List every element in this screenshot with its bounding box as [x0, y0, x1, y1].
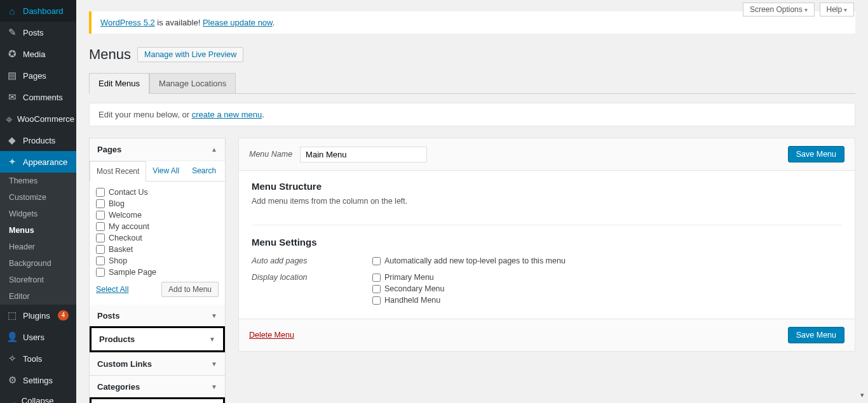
admin-sidebar: ⌂Dashboard✎Posts✪Media▤Pages✉Comments⎆Wo… — [0, 0, 76, 403]
tab-manage-locations[interactable]: Manage Locations — [149, 73, 236, 93]
setting-option[interactable]: Automatically add new top-level pages to… — [372, 256, 566, 265]
sidebar-item-label: Pages — [23, 71, 46, 81]
sidebar-item-posts[interactable]: ✎Posts — [0, 22, 76, 43]
sidebar-item-dashboard[interactable]: ⌂Dashboard — [0, 0, 76, 22]
sidebar-item-label: Comments — [23, 93, 63, 102]
sidebar-item-users[interactable]: 👤Users — [0, 326, 76, 348]
settings-icon: ⚙ — [6, 374, 18, 386]
page-checkbox[interactable] — [96, 234, 105, 242]
sidebar-item-comments[interactable]: ✉Comments — [0, 86, 76, 108]
sidebar-sub-menus[interactable]: Menus — [0, 222, 76, 239]
setting-option-label: Handheld Menu — [384, 296, 440, 305]
add-to-menu-button[interactable]: Add to Menu — [161, 282, 219, 297]
pages-checklist[interactable]: Contact UsBlogWelcomeMy accountCheckoutB… — [90, 182, 225, 277]
sidebar-sub-header[interactable]: Header — [0, 239, 76, 255]
setting-checkbox[interactable] — [372, 296, 381, 305]
menu-name-input[interactable] — [300, 147, 427, 162]
update-now-link[interactable]: Please update now — [203, 18, 273, 27]
page-checkbox[interactable] — [96, 188, 105, 197]
woocommerce-icon: ⎆ — [6, 113, 12, 124]
sidebar-item-label: Settings — [23, 376, 53, 385]
page-item-blog[interactable]: Blog — [96, 198, 219, 209]
users-icon: 👤 — [6, 331, 18, 343]
setting-checkbox[interactable] — [372, 257, 381, 265]
page-item-sample-page[interactable]: Sample Page — [96, 267, 219, 277]
sidebar-item-woocommerce[interactable]: ⎆WooCommerce — [0, 108, 76, 129]
page-item-shop[interactable]: Shop — [96, 255, 219, 267]
sidebar-sub-customize[interactable]: Customize — [0, 189, 76, 206]
select-all-link[interactable]: Select All — [96, 285, 128, 294]
page-checkbox[interactable] — [96, 199, 105, 208]
page-item-contact-us[interactable]: Contact Us — [96, 187, 219, 198]
info-text: Edit your menu below, or — [98, 110, 192, 119]
menu-structure-text: Add menu items from the column on the le… — [252, 197, 842, 206]
setting-checkbox[interactable] — [372, 285, 381, 293]
setting-checkbox[interactable] — [372, 274, 381, 282]
sidebar-item-collapse-menu[interactable]: ◀Collapse menu — [0, 391, 76, 403]
sidebar-item-label: WooCommerce — [17, 114, 74, 124]
collapse-menu-icon: ◀ — [6, 400, 17, 403]
page-checkbox[interactable] — [96, 222, 105, 231]
sidebar-item-pages[interactable]: ▤Pages — [0, 65, 76, 86]
appearance-icon: ✦ — [6, 156, 18, 168]
pages-tab-search[interactable]: Search — [186, 161, 222, 181]
page-item-basket[interactable]: Basket — [96, 244, 219, 255]
sidebar-sub-background[interactable]: Background — [0, 255, 76, 272]
sidebar-sub-widgets[interactable]: Widgets — [0, 206, 76, 222]
setting-display-location: Display locationPrimary MenuSecondary Me… — [252, 269, 842, 308]
posts-icon: ✎ — [6, 27, 18, 38]
caret-down-icon: ▼ — [209, 336, 215, 343]
accordion-categories[interactable]: Categories▼ — [90, 375, 225, 398]
nav-tabs: Edit MenusManage Locations — [89, 73, 855, 94]
comments-icon: ✉ — [6, 91, 18, 103]
sidebar-sub-themes[interactable]: Themes — [0, 173, 76, 189]
setting-option-label: Primary Menu — [384, 273, 434, 282]
setting-option[interactable]: Primary Menu — [372, 273, 445, 282]
page-item-my-account[interactable]: My account — [96, 221, 219, 232]
screen-options-button[interactable]: Screen Options — [743, 3, 815, 17]
menu-structure-heading: Menu Structure — [252, 181, 842, 192]
create-menu-link[interactable]: create a new menu — [192, 110, 262, 119]
menu-settings-heading: Menu Settings — [252, 237, 842, 248]
delete-menu-link[interactable]: Delete Menu — [249, 331, 294, 340]
sidebar-sub-editor[interactable]: Editor — [0, 288, 76, 305]
accordion-product-categories[interactable]: Product categories▼ — [92, 399, 223, 403]
wp-version-link[interactable]: WordPress 5.2 — [100, 18, 155, 27]
pages-filter-tabs: Most RecentView AllSearch — [90, 161, 225, 182]
sidebar-item-settings[interactable]: ⚙Settings — [0, 369, 76, 391]
pages-accordion-head[interactable]: Pages ▲ — [90, 138, 225, 161]
page-item-welcome[interactable]: Welcome — [96, 209, 219, 221]
accordion-custom-links[interactable]: Custom Links▼ — [90, 352, 225, 375]
dashboard-icon: ⌂ — [6, 5, 18, 17]
page-checkbox[interactable] — [96, 211, 105, 220]
pages-tab-most-recent[interactable]: Most Recent — [90, 161, 146, 182]
page-item-checkout[interactable]: Checkout — [96, 232, 219, 244]
sidebar-sub-storefront[interactable]: Storefront — [0, 272, 76, 288]
sidebar-item-products[interactable]: ◆Products — [0, 129, 76, 151]
sidebar-item-media[interactable]: ✪Media — [0, 43, 76, 65]
setting-auto-add-pages: Auto add pagesAutomatically add new top-… — [252, 253, 842, 269]
save-menu-button-top[interactable]: Save Menu — [788, 146, 844, 162]
sidebar-item-plugins[interactable]: ⬚Plugins4 — [0, 305, 76, 326]
plugins-update-badge: 4 — [58, 310, 69, 320]
accordion-products[interactable]: Products▼ — [92, 328, 223, 350]
page-checkbox[interactable] — [96, 245, 105, 254]
accordion-title: Posts — [97, 311, 119, 320]
help-button[interactable]: Help — [820, 3, 854, 17]
tab-edit-menus[interactable]: Edit Menus — [89, 73, 149, 94]
accordion-posts[interactable]: Posts▼ — [90, 305, 225, 327]
update-notice: WordPress 5.2 is available! Please updat… — [89, 11, 855, 34]
sidebar-item-appearance[interactable]: ✦Appearance — [0, 151, 76, 173]
pages-tab-view-all[interactable]: View All — [146, 161, 186, 181]
page-checkbox[interactable] — [96, 256, 105, 265]
setting-option[interactable]: Handheld Menu — [372, 296, 445, 305]
pages-icon: ▤ — [6, 70, 18, 81]
live-preview-button[interactable]: Manage with Live Preview — [137, 47, 243, 62]
sidebar-item-tools[interactable]: ✧Tools — [0, 348, 76, 369]
page-label: Basket — [109, 245, 133, 254]
page-checkbox[interactable] — [96, 268, 105, 277]
page-label: Sample Page — [109, 268, 156, 277]
setting-option[interactable]: Secondary Menu — [372, 284, 445, 293]
sidebar-item-label: Posts — [23, 28, 44, 37]
save-menu-button-bottom[interactable]: Save Menu — [788, 327, 844, 343]
